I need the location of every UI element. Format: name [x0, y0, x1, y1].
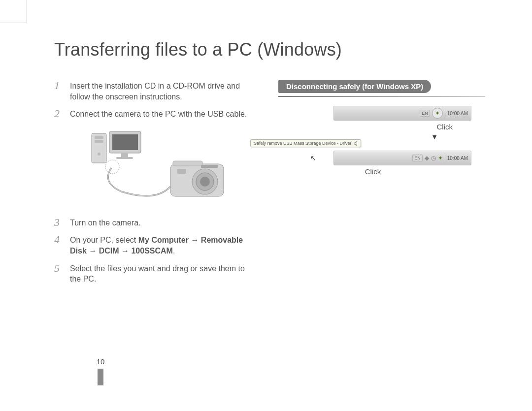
step-3: 3 Turn on the camera. — [54, 217, 251, 228]
clock: 10:00 AM — [447, 111, 468, 116]
step4-suffix: . — [173, 247, 175, 255]
step-5: 5 Select the files you want and drag or … — [54, 262, 251, 285]
tray-icon: ◷ — [431, 155, 436, 161]
svg-point-13 — [200, 177, 210, 187]
balloon-tooltip: Safely remove USB Mass Storage Device - … — [250, 139, 361, 147]
page-number: 10 — [93, 357, 108, 366]
margin-vline — [27, 0, 27, 23]
step-4: 4 On your PC, select My Computer → Remov… — [54, 234, 251, 256]
camera-pc-illustration — [72, 128, 230, 205]
step-text: Turn on the camera. — [70, 217, 251, 228]
step-text: Insert the installation CD in a CD-ROM d… — [70, 80, 251, 102]
taskbar-2: Safely remove USB Mass Storage Device - … — [333, 151, 471, 165]
step-number: 4 — [54, 234, 63, 256]
page-title: Transferring files to a PC (Windows) — [54, 39, 502, 60]
language-indicator: EN — [420, 110, 430, 117]
tray-divider — [445, 108, 445, 119]
svg-rect-10 — [173, 161, 202, 166]
step-number: 2 — [54, 108, 63, 120]
clock: 10:00 AM — [447, 156, 468, 161]
svg-rect-2 — [95, 140, 103, 143]
step-1: 1 Insert the installation CD in a CD-ROM… — [54, 80, 251, 102]
page-content: Transferring files to a PC (Windows) 1 I… — [0, 0, 532, 290]
step4-prefix: On your PC, select — [70, 236, 138, 244]
step-2: 2 Connect the camera to the PC with the … — [54, 108, 251, 120]
svg-rect-14 — [177, 169, 186, 174]
tray-icon: ◆ — [425, 155, 429, 161]
tray-area: EN ✦ 10:00 AM Click ▼ Safely remove USB … — [284, 106, 471, 176]
svg-rect-5 — [112, 134, 138, 150]
step-number: 1 — [54, 80, 63, 102]
page-number-block: 10 — [93, 357, 108, 385]
svg-rect-15 — [201, 165, 218, 168]
svg-point-3 — [98, 153, 100, 156]
safely-remove-icon: ✦ — [438, 155, 443, 161]
margin-hline — [0, 23, 27, 23]
svg-rect-6 — [121, 153, 128, 157]
tray-divider — [445, 153, 445, 163]
language-indicator: EN — [412, 155, 423, 161]
click-label-1: Click — [284, 123, 453, 131]
page-number-bar — [98, 369, 103, 385]
step-text: On your PC, select My Computer → Removab… — [70, 234, 251, 256]
columns: 1 Insert the installation CD in a CD-ROM… — [54, 80, 502, 290]
step-text: Select the files you want and drag or sa… — [70, 262, 251, 285]
right-column: Disconnecting safely (for Windows XP) EN… — [278, 80, 485, 290]
step-text: Connect the camera to the PC with the US… — [70, 108, 251, 120]
safely-remove-icon-circled: ✦ — [432, 108, 443, 119]
click-label-2: Click — [343, 167, 402, 176]
svg-point-8 — [105, 160, 119, 174]
cursor-icon: ↖ — [310, 154, 316, 162]
step-number: 3 — [54, 217, 63, 228]
step-number: 5 — [54, 262, 63, 285]
left-column: 1 Insert the installation CD in a CD-ROM… — [54, 80, 251, 290]
safely-remove-icon: ✦ — [435, 110, 440, 117]
svg-rect-7 — [116, 157, 133, 159]
sidebar-heading-underline — [278, 96, 485, 97]
svg-rect-1 — [95, 136, 103, 139]
taskbar-1: EN ✦ 10:00 AM — [333, 106, 471, 121]
sidebar-heading: Disconnecting safely (for Windows XP) — [278, 80, 431, 93]
